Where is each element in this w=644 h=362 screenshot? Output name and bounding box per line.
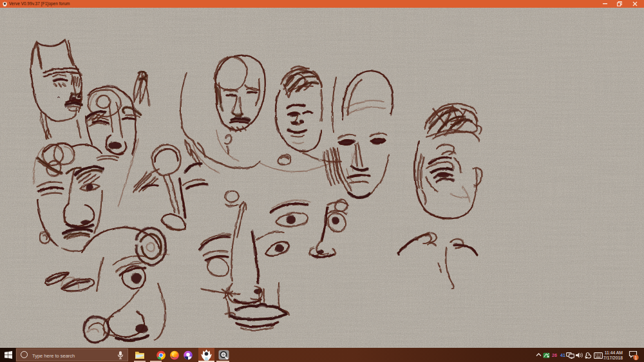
svg-text:1: 1	[635, 356, 638, 360]
